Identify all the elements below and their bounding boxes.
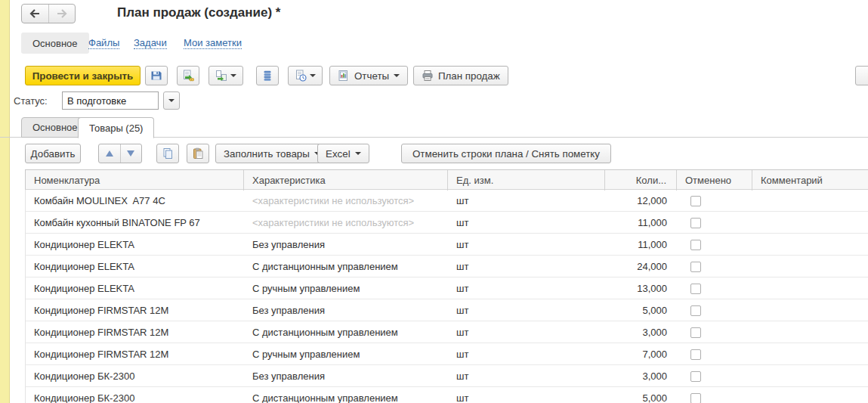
table-row[interactable]: Кондиционер FIRMSTAR 12M С дистанционным… (25, 321, 868, 343)
cancelled-checkbox[interactable] (690, 349, 701, 360)
register-stack-icon (261, 70, 273, 82)
cell-characteristic: С ручным управлением (244, 349, 448, 360)
move-down-button[interactable] (120, 144, 142, 163)
fill-goods-button[interactable]: Заполнить товары (215, 144, 329, 163)
cell-characteristic: Без управления (244, 305, 448, 316)
create-based-on-button[interactable] (209, 66, 243, 85)
cancelled-checkbox[interactable] (690, 327, 701, 338)
cancelled-checkbox[interactable] (690, 196, 701, 206)
cell-quantity: 11,000 (605, 217, 677, 228)
cell-cancelled (677, 260, 752, 272)
copy-icon (162, 147, 174, 160)
col-header-unit[interactable]: Ед. изм. (448, 170, 605, 191)
cell-unit: шт (448, 392, 605, 403)
table-row[interactable]: Кондиционер ELEKTA Без управления шт 11,… (25, 234, 868, 256)
cell-quantity: 3,000 (605, 327, 677, 338)
cell-quantity: 5,000 (605, 305, 677, 316)
history-nav (21, 4, 76, 23)
cell-cancelled (677, 282, 752, 294)
cell-unit: шт (448, 261, 605, 272)
col-header-cancelled[interactable]: Отменено (677, 170, 752, 191)
cell-characteristic: Без управления (244, 239, 448, 250)
post-and-close-button[interactable]: Провести и закрыть (25, 66, 141, 85)
cancel-plan-lines-button[interactable]: Отменить строки плана / Снять пометку (401, 144, 611, 163)
dropdown-caret-icon (168, 99, 175, 102)
forward-button[interactable] (48, 5, 76, 23)
dropdown-caret-icon (230, 74, 236, 77)
document-post-icon (182, 70, 194, 82)
more-button[interactable]: Еще (855, 66, 868, 85)
cancelled-checkbox[interactable] (690, 393, 701, 403)
nav-link-notes[interactable]: Мои заметки (184, 37, 242, 49)
cell-nomenclature: Кондиционер FIRMSTAR 12M (26, 349, 244, 360)
goods-table: Номенклатура Характеристика Ед. изм. Кол… (25, 169, 868, 403)
cell-characteristic: <характеристики не используются> (244, 217, 448, 228)
back-button[interactable] (22, 5, 48, 23)
table-row[interactable]: Кондиционер БК-2300 С дистанционным упра… (25, 387, 868, 403)
cell-characteristic: <характеристики не используются> (244, 195, 448, 206)
cell-cancelled (677, 370, 752, 382)
reports-button[interactable]: Отчеты (329, 66, 408, 85)
nav-link-tasks[interactable]: Задачи (134, 37, 167, 49)
excel-button[interactable]: Excel (317, 144, 369, 163)
cancelled-checkbox[interactable] (690, 284, 701, 294)
table-body: Комбайн MOULINEX A77 4C <характеристики … (25, 190, 868, 403)
col-header-characteristic[interactable]: Характеристика (244, 170, 448, 191)
create-based-on-icon (215, 70, 227, 82)
status-input[interactable] (62, 91, 159, 110)
register-records-button[interactable] (256, 66, 279, 85)
nav-row: Основное Файлы Задачи Мои заметки (0, 33, 868, 54)
cell-nomenclature: Комбайн MOULINEX A77 4C (26, 195, 244, 206)
print-plan-label: План продаж (438, 70, 500, 82)
table-row[interactable]: Кондиционер БК-2300 Без управления шт 3,… (25, 365, 868, 387)
paste-row-button[interactable] (187, 144, 209, 163)
move-row-buttons (98, 144, 142, 163)
cancelled-checkbox[interactable] (690, 305, 701, 316)
cell-unit: шт (448, 239, 605, 250)
nav-link-files[interactable]: Файлы (88, 37, 119, 49)
table-row[interactable]: Кондиционер ELEKTA С дистанционным управ… (25, 256, 868, 277)
arrow-up-icon (106, 150, 113, 157)
cell-cancelled (677, 392, 752, 403)
cell-unit: шт (448, 195, 605, 206)
cell-nomenclature: Кондиционер FIRMSTAR 12M (26, 327, 244, 338)
cell-quantity: 5,000 (605, 392, 677, 403)
cell-unit: шт (448, 349, 605, 360)
table-row[interactable]: Кондиционер FIRMSTAR 12M Без управления … (25, 299, 868, 321)
cell-unit: шт (448, 327, 605, 338)
tab-goods[interactable]: Товары (25) (78, 117, 154, 138)
arrow-down-icon (127, 150, 134, 157)
table-row[interactable]: Комбайн кухонный BINATONE FP 67 <характе… (25, 212, 868, 234)
cancelled-checkbox[interactable] (690, 371, 701, 382)
status-dropdown-button[interactable] (163, 91, 180, 110)
back-arrow-icon (29, 8, 41, 20)
cell-cancelled (677, 326, 752, 338)
dropdown-caret-icon (310, 74, 316, 77)
cancelled-checkbox[interactable] (690, 240, 701, 250)
add-row-button[interactable]: Добавить (25, 144, 81, 163)
move-up-button[interactable] (99, 144, 120, 163)
col-header-quantity[interactable]: Коли... (605, 170, 677, 191)
cell-cancelled (677, 216, 752, 228)
floppy-save-icon (150, 70, 162, 82)
cell-characteristic: С дистанционным управлением (244, 327, 448, 338)
cell-quantity: 12,000 (605, 195, 677, 206)
cancelled-checkbox[interactable] (690, 218, 701, 228)
col-header-comment[interactable]: Комментарий (752, 170, 868, 191)
document-log-button[interactable] (288, 66, 323, 85)
table-row[interactable]: Кондиционер FIRMSTAR 12M С ручным управл… (25, 343, 868, 365)
dropdown-caret-icon (394, 74, 400, 77)
cell-nomenclature: Кондиционер БК-2300 (26, 392, 244, 403)
table-row[interactable]: Комбайн MOULINEX A77 4C <характеристики … (25, 190, 868, 212)
table-row[interactable]: Кондиционер ELEKTA С ручным управлением … (25, 277, 868, 299)
save-button[interactable] (145, 66, 168, 85)
excel-label: Excel (326, 148, 351, 160)
report-chart-icon (338, 70, 350, 82)
nav-tab-main[interactable]: Основное (21, 33, 89, 54)
copy-row-button[interactable] (156, 144, 179, 163)
cell-characteristic: С дистанционным управлением (244, 261, 448, 272)
cancelled-checkbox[interactable] (690, 262, 701, 272)
col-header-nomenclature[interactable]: Номенклатура (26, 170, 244, 191)
post-document-button[interactable] (177, 66, 199, 85)
print-plan-button[interactable]: План продаж (413, 66, 508, 85)
